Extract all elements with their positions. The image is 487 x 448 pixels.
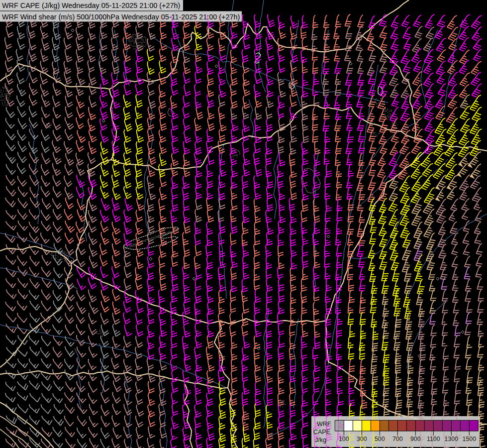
svg-text:500: 500 — [375, 436, 385, 443]
svg-text:CAPE: CAPE — [313, 429, 330, 436]
svg-text:1100: 1100 — [427, 436, 440, 443]
svg-text:300: 300 — [357, 436, 367, 443]
svg-text:1500: 1500 — [463, 436, 477, 443]
svg-text:1300: 1300 — [445, 436, 459, 443]
svg-text:100: 100 — [339, 436, 349, 443]
svg-text:WRF Wind shear (m/s) 500/1000h: WRF Wind shear (m/s) 500/1000hPa Wednesd… — [2, 13, 240, 21]
svg-text:WRF CAPE (J/kg) Wednesday 05-1: WRF CAPE (J/kg) Wednesday 05-11-2025 21:… — [2, 1, 180, 9]
svg-text:WRF: WRF — [317, 421, 331, 428]
svg-text:700: 700 — [392, 436, 403, 443]
svg-text:J/kg: J/kg — [315, 437, 326, 444]
svg-text:900: 900 — [410, 436, 421, 443]
